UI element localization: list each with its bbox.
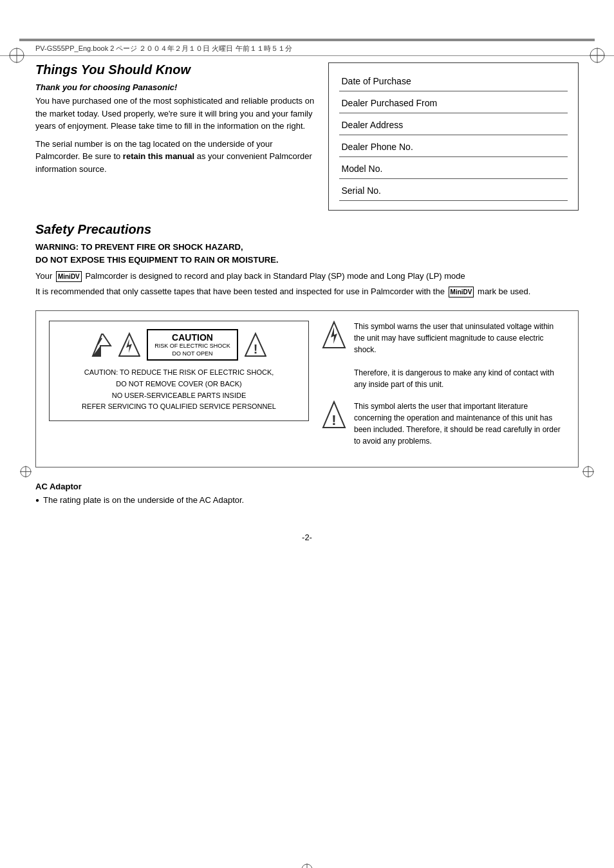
top-section: Things You Should Know Thank you for cho… bbox=[35, 62, 579, 211]
minidv-logo2: MiniDV bbox=[449, 287, 474, 297]
svg-marker-25 bbox=[126, 339, 132, 353]
safety-title: Safety Precautions bbox=[35, 222, 579, 237]
svg-text:!: ! bbox=[253, 342, 257, 356]
field-dealer-phone: Dealer Phone No. bbox=[339, 137, 568, 157]
minidv-logo: MiniDV bbox=[56, 271, 82, 282]
symbol1-text: This symbol warns the user that uninsula… bbox=[354, 321, 565, 390]
mid-right-crosshair bbox=[582, 466, 595, 480]
symbol2-text: This symbol alerts the user that importa… bbox=[354, 401, 565, 447]
field-dealer-purchased-from: Dealer Purchased From bbox=[339, 93, 568, 113]
header-bar bbox=[19, 39, 595, 41]
lightning-icon-left2 bbox=[118, 332, 140, 358]
ac-title: AC Adaptor bbox=[35, 482, 579, 491]
minidv-body1: Your MiniDV Palmcorder is designed to re… bbox=[35, 270, 579, 283]
file-info-text: PV-GS55PP_Eng.book 2 ページ ２００４年２月１０日 火曜日 … bbox=[35, 44, 292, 52]
mid-left-crosshair bbox=[19, 466, 32, 480]
symbol-row-1: This symbol warns the user that uninsula… bbox=[322, 321, 565, 390]
info-box: Date of Purchase Dealer Purchased From D… bbox=[328, 62, 579, 211]
safety-section: Safety Precautions WARNING: TO PREVENT F… bbox=[35, 222, 579, 297]
caution-label: CAUTION RISK OF ELECTRIC SHOCK DO NOT OP… bbox=[147, 329, 238, 361]
things-body2: The serial number is on the tag located … bbox=[35, 138, 315, 176]
field-model-no: Model No. bbox=[339, 158, 568, 179]
ac-section: AC Adaptor The rating plate is on the un… bbox=[35, 482, 579, 507]
field-serial-no: Serial No. bbox=[339, 180, 568, 201]
caution-warning-text: CAUTION: TO REDUCE THE RISK OF ELECTRIC … bbox=[57, 367, 301, 412]
exclaim-icon-right: ! bbox=[245, 332, 266, 358]
lightning-icon-left bbox=[91, 333, 112, 357]
thank-you-subtitle: Thank you for choosing Panasonic! bbox=[35, 82, 315, 92]
lightning-symbol-icon bbox=[322, 321, 346, 352]
things-body1: You have purchased one of the most sophi… bbox=[35, 95, 315, 133]
file-info: PV-GS55PP_Eng.book 2 ページ ２００４年２月１０日 火曜日 … bbox=[0, 42, 614, 56]
caution-right-text: This symbol warns the user that uninsula… bbox=[322, 321, 565, 457]
svg-marker-29 bbox=[331, 327, 337, 344]
mid-bottom-crosshair bbox=[301, 863, 313, 868]
field-date-of-purchase: Date of Purchase bbox=[339, 71, 568, 91]
corner-mark-tl bbox=[8, 46, 26, 64]
svg-marker-24 bbox=[119, 334, 140, 356]
exclaim-symbol-icon: ! bbox=[322, 401, 346, 432]
caution-header: CAUTION RISK OF ELECTRIC SHOCK DO NOT OP… bbox=[57, 329, 301, 361]
svg-text:!: ! bbox=[331, 412, 336, 428]
caution-left-box: CAUTION RISK OF ELECTRIC SHOCK DO NOT OP… bbox=[49, 321, 309, 421]
caution-section: CAUTION RISK OF ELECTRIC SHOCK DO NOT OP… bbox=[35, 310, 579, 467]
field-dealer-address: Dealer Address bbox=[339, 115, 568, 135]
left-column: Things You Should Know Thank you for cho… bbox=[35, 62, 315, 211]
warning-text: WARNING: TO PREVENT FIRE OR SHOCK HAZARD… bbox=[35, 241, 579, 266]
ac-bullet: The rating plate is on the underside of … bbox=[35, 494, 579, 507]
caution-sub: RISK OF ELECTRIC SHOCK DO NOT OPEN bbox=[154, 343, 230, 357]
page-number: -2- bbox=[35, 533, 579, 555]
things-title: Things You Should Know bbox=[35, 62, 315, 77]
minidv-body2: It is recommended that only cassette tap… bbox=[35, 285, 579, 298]
symbol-row-2: ! This symbol alerts the user that impor… bbox=[322, 401, 565, 447]
corner-mark-tr bbox=[588, 46, 606, 64]
main-content: Things You Should Know Thank you for cho… bbox=[35, 62, 579, 555]
